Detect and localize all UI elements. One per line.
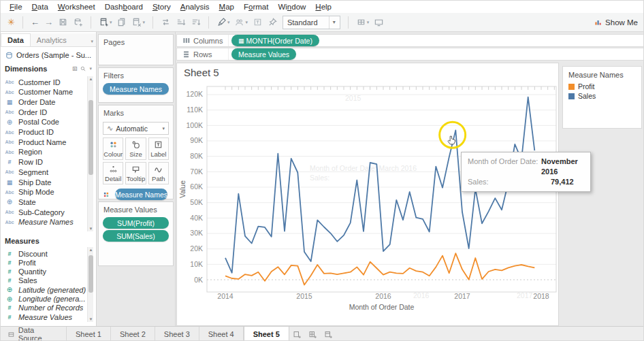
sum-sales-pill[interactable]: SUM(Sales) (103, 230, 169, 242)
menu-map[interactable]: Map (214, 3, 239, 11)
clear-sheet-button[interactable]: ▾ (131, 16, 145, 29)
add-datasource-button[interactable] (73, 16, 83, 29)
field-region[interactable]: AbcRegion (1, 147, 86, 157)
menu-dashboard[interactable]: Dashboard (100, 3, 148, 11)
sheet-tab-sheet-4[interactable]: Sheet 4 (199, 327, 244, 341)
group-members-icon (234, 17, 244, 27)
legend-item-sales[interactable]: Sales (563, 91, 641, 101)
marks-colour-button[interactable]: Colour (103, 137, 123, 160)
sort-ascending-button[interactable] (176, 16, 186, 29)
new-story-tab-button[interactable] (321, 327, 336, 341)
marks-label-button[interactable]: Label (148, 137, 169, 160)
month-order-date-pill[interactable]: ▦ MONTH(Order Date) (231, 35, 319, 46)
new-worksheet-tab-button[interactable] (289, 327, 305, 341)
sheet-tab-sheet-5[interactable]: Sheet 5 (244, 327, 289, 341)
field-state[interactable]: ⊕State (1, 197, 86, 207)
presentation-mode-button[interactable] (374, 16, 384, 29)
menu-file[interactable]: File (5, 3, 27, 11)
filters-card[interactable]: Filters Measure Names (98, 67, 174, 103)
y-tick-label: 10K (190, 260, 203, 268)
chevron-down-icon[interactable]: ▾ (245, 20, 248, 25)
fit-dropdown[interactable]: Standard▾ (283, 16, 340, 29)
duplicate-sheet-button[interactable] (116, 16, 127, 29)
sort-descending-button[interactable] (191, 16, 201, 29)
field-measure-names[interactable]: AbcMeasure Names (1, 217, 86, 227)
line-chart[interactable]: 0K10K20K30K40K50K60K70K80K90K100K110K120… (177, 63, 558, 325)
chart-canvas[interactable]: Sheet 5 0K10K20K30K40K50K60K70K80K90K100… (176, 63, 559, 326)
rows-shelf[interactable]: Rows Measure Values (176, 48, 644, 61)
save-button[interactable] (58, 16, 68, 29)
marks-tooltip-button[interactable]: Tooltip (125, 162, 146, 184)
tableau-logo-button[interactable]: ✳ (7, 16, 15, 29)
number-field-icon: # (4, 250, 15, 257)
undo-button[interactable]: ← (31, 16, 39, 29)
field-row-id[interactable]: #Row ID (1, 157, 86, 167)
marks-detail-button[interactable]: Detail (103, 162, 123, 184)
field-product-id[interactable]: AbcProduct ID (1, 127, 86, 137)
pane-tab-analytics[interactable]: Analytics (31, 34, 73, 46)
field-order-id[interactable]: AbcOrder ID (1, 107, 86, 117)
field-ship-date[interactable]: ▦Ship Date (1, 177, 86, 187)
y-tick-label: 90K (190, 136, 203, 144)
sheet-tab-sheet-1[interactable]: Sheet 1 (67, 327, 111, 341)
field-customer-id[interactable]: AbcCustomer ID (1, 77, 86, 87)
chevron-down-icon[interactable]: ▾ (110, 20, 112, 25)
field-measure-values[interactable]: #Measure Values (1, 312, 86, 322)
menu-help[interactable]: Help (310, 3, 336, 11)
dimensions-scrollbar[interactable]: ▲ ▼ (87, 76, 93, 231)
marks-size-button[interactable]: Size (125, 137, 146, 160)
search-icon[interactable] (80, 65, 86, 72)
chevron-down-icon[interactable]: ▾ (142, 20, 145, 25)
menu-format[interactable]: Format (239, 3, 273, 11)
show-mark-labels-button[interactable] (253, 16, 263, 29)
menu-worksheet[interactable]: Worksheet (53, 3, 100, 11)
y-tick-label: 20K (190, 244, 203, 253)
marks-path-button[interactable]: Path (148, 162, 169, 184)
pane-menu-caret-icon[interactable]: ▾ (89, 66, 92, 71)
sheet-tab-sheet-2[interactable]: Sheet 2 (111, 327, 155, 341)
field-segment[interactable]: AbcSegment (1, 167, 86, 177)
show-cards-button[interactable]: ▾ (356, 16, 370, 29)
legend-item-profit[interactable]: Profit (563, 82, 641, 91)
pane-tab-data[interactable]: Data (1, 33, 31, 46)
view-grid-icon[interactable]: ⊞ (72, 65, 78, 72)
filter-measure-names-pill[interactable]: Measure Names (103, 83, 169, 95)
redo-button[interactable]: → (44, 16, 53, 29)
fix-axes-button[interactable] (268, 16, 278, 29)
columns-shelf[interactable]: Columns ▦ MONTH(Order Date) (176, 34, 644, 47)
field-ship-mode[interactable]: AbcShip Mode (1, 187, 86, 197)
menu-data[interactable]: Data (27, 3, 53, 11)
pages-card[interactable]: Pages (98, 34, 174, 65)
marks-color-pill[interactable]: Measure Names (115, 189, 167, 200)
field-customer-name[interactable]: AbcCustomer Name (1, 87, 86, 97)
show-me-button[interactable]: Show Me (594, 18, 638, 27)
profit-line[interactable] (225, 253, 534, 285)
menu-story[interactable]: Story (148, 3, 176, 11)
menu-analysis[interactable]: Analysis (176, 3, 214, 11)
mark-type-dropdown[interactable]: ∿ Automatic ▾ (103, 122, 169, 135)
measure-values-pill[interactable]: Measure Values (231, 48, 296, 60)
field-product-name[interactable]: AbcProduct Name (1, 137, 86, 147)
chevron-down-icon[interactable]: ▾ (227, 20, 230, 25)
chevron-down-icon[interactable]: ▾ (367, 20, 370, 25)
data-source-tab[interactable]: Data Source (1, 327, 67, 341)
new-dashboard-tab-button[interactable] (305, 327, 321, 341)
new-worksheet-button[interactable]: ▾ (99, 16, 112, 29)
sheet-tab-sheet-3[interactable]: Sheet 3 (155, 327, 199, 341)
sum-profit-pill[interactable]: SUM(Profit) (103, 217, 169, 229)
highlight-button[interactable]: ▾ (216, 16, 230, 29)
legend-card[interactable]: Measure Names ProfitSales (562, 66, 642, 129)
group-members-button[interactable]: ▾ (234, 16, 248, 29)
geo-field-icon: ⊕ (4, 198, 15, 206)
datasource-item[interactable]: Orders (Sample - Su... (1, 49, 96, 61)
swap-rows-columns-button[interactable] (161, 16, 171, 29)
pane-options-caret-icon[interactable]: ▾ (91, 39, 96, 46)
field-postal-code[interactable]: ⊕Postal Code (1, 117, 86, 127)
text-field-icon: Abc (4, 140, 15, 144)
field-sub-category[interactable]: AbcSub-Category (1, 207, 86, 217)
menu-window[interactable]: Window (273, 3, 310, 11)
measures-scrollbar[interactable]: ▲ ▼ (87, 247, 93, 322)
field-order-date[interactable]: ▦Order Date (1, 97, 86, 107)
datasource-name: Orders (Sample - Su... (16, 51, 91, 59)
measure-values-card[interactable]: Measure Values SUM(Profit)SUM(Sales) (98, 201, 174, 266)
